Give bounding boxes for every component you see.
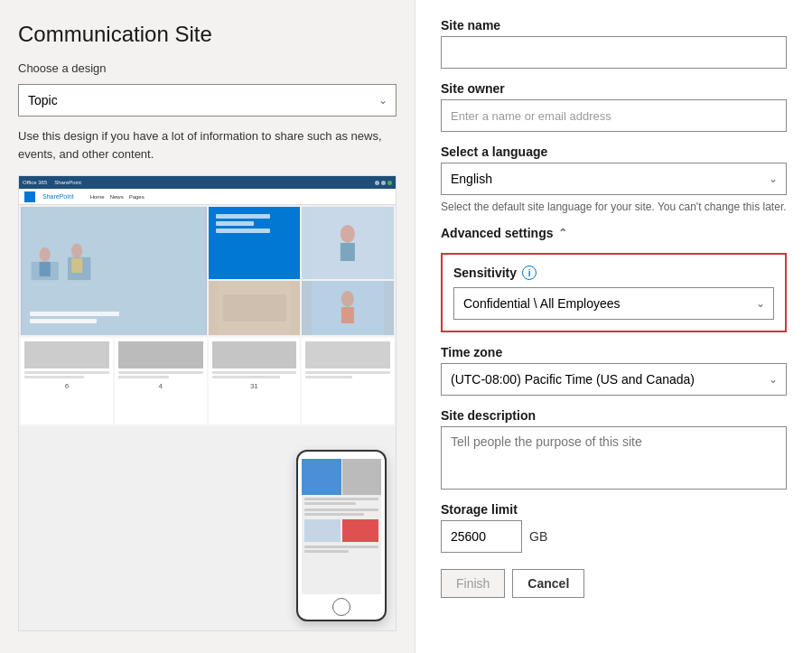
mobile-img-row [302,459,381,495]
site-owner-input[interactable] [441,99,787,132]
site-description-label: Site description [441,408,787,423]
sp-nav-item-1: Home [90,194,105,200]
sp-preview: Office 365 SharePoint SharePoint Home Ne… [19,176,396,630]
sp-news-img-1 [24,341,109,368]
site-owner-group: Site owner [441,81,787,132]
sp-news-line-3b [212,376,280,378]
sp-nav-item-3: Pages [129,194,145,200]
sp-news: 6 4 31 [19,336,396,426]
sp-news-img-4 [305,341,390,368]
storage-limit-input[interactable] [441,520,522,553]
site-name-group: Site name [441,18,787,69]
mobile-screen [302,459,381,594]
sp-hero-text [30,312,141,326]
sp-nav-title: SharePoint [42,193,74,200]
page-title: Communication Site [18,22,397,47]
site-name-label: Site name [441,18,787,33]
sp-hero-img1 [302,207,394,279]
sp-text-line-2 [30,319,97,323]
mobile-img-cell-2 [342,459,382,495]
sp-topbar: Office 365 SharePoint [19,176,396,189]
sp-img3-svg [302,281,394,335]
sp-news-item-1: 6 [21,338,113,424]
site-description-textarea[interactable] [441,426,787,490]
info-icon-text: i [528,268,531,278]
language-label: Select a language [441,145,787,159]
mobile-content [302,495,381,557]
svg-point-13 [341,291,354,307]
sp-blue-line-1 [216,214,270,219]
sp-news-line-4a [305,371,390,374]
sp-topbar-office-text: Office 365 [23,180,47,185]
mobile-home-button [332,598,350,616]
site-owner-label: Site owner [441,81,787,96]
sp-nav-items: Home News Pages [90,194,145,200]
sp-news-line-3a [212,371,297,374]
site-description-group: Site description [441,408,787,490]
sensitivity-info-icon[interactable]: i [522,266,537,280]
sensitivity-select-wrapper: Confidential \ All Employees Public Priv… [453,287,774,320]
sp-hero [19,205,396,336]
advanced-settings-label: Advanced settings [441,226,553,240]
sp-news-line-1a [24,371,109,374]
sp-text-line-1 [30,312,119,316]
mobile-line-1 [304,498,378,500]
language-select[interactable]: English French German Spanish [441,163,787,195]
language-group: Select a language English French German … [441,145,787,213]
sensitivity-label-row: Sensitivity i [453,266,774,280]
design-select[interactable]: Topic Showcase Blank [18,84,397,117]
timezone-group: Time zone (UTC-08:00) Pacific Time (US a… [441,345,787,396]
sp-news-item-2: 4 [115,338,207,424]
sp-news-num-3: 31 [212,382,297,390]
sp-blue-content [209,207,301,240]
svg-rect-9 [341,243,355,261]
svg-point-3 [40,247,51,262]
sp-news-line-1b [24,376,84,378]
timezone-select[interactable]: (UTC-08:00) Pacific Time (US and Canada)… [441,363,787,396]
timezone-select-wrapper: (UTC-08:00) Pacific Time (US and Canada)… [441,363,787,396]
sp-news-num-2: 4 [118,382,203,390]
mobile-line-4 [304,513,364,516]
storage-row: GB [441,520,787,553]
finish-button[interactable]: Finish [441,569,505,598]
language-select-wrapper: English French German Spanish ⌄ [441,163,787,195]
sp-img2-svg [209,281,301,335]
advanced-settings-chevron: ⌃ [558,227,567,239]
svg-rect-6 [71,258,82,273]
sp-nav: SharePoint Home News Pages [19,189,396,205]
design-select-wrapper: Topic Showcase Blank ⌄ [18,84,397,117]
sp-news-line-2b [118,376,169,378]
mobile-line-6 [304,550,349,553]
sp-blue-lines [216,214,294,233]
left-panel: Communication Site Choose a design Topic… [0,0,415,653]
choose-design-label: Choose a design [18,61,397,75]
site-name-input[interactable] [441,36,787,69]
right-panel: Site name Site owner Select a language E… [415,0,812,653]
sp-news-item-4 [302,338,394,424]
sensitivity-label: Sensitivity [453,266,517,280]
svg-point-5 [71,244,82,258]
sp-topbar-dots [375,181,392,185]
mobile-line-3 [304,508,378,511]
sp-blue-line-3 [216,229,270,233]
cancel-button[interactable]: Cancel [512,569,584,598]
sensitivity-select[interactable]: Confidential \ All Employees Public Priv… [453,287,774,320]
mobile-img-cell-1 [302,459,341,495]
svg-rect-14 [341,307,354,323]
sp-hero-main [21,207,207,335]
preview-area: Office 365 SharePoint SharePoint Home Ne… [18,175,397,631]
sensitivity-box: Sensitivity i Confidential \ All Employe… [441,253,787,332]
design-description: Use this design if you have a lot of inf… [18,127,397,163]
buttons-row: Finish Cancel [441,569,787,598]
choose-design-group: Choose a design Topic Showcase Blank ⌄ [18,61,397,127]
sp-hero-blue [209,207,301,279]
advanced-settings-header[interactable]: Advanced settings ⌃ [441,226,787,240]
mobile-line-2 [304,502,356,505]
sp-dot-1 [375,181,379,185]
storage-unit-label: GB [529,529,547,544]
sp-hero-img2 [209,281,301,335]
sp-nav-logo [24,191,35,202]
sp-news-item-3: 31 [209,338,301,424]
sp-img1-svg [302,207,394,279]
svg-rect-4 [40,262,51,276]
